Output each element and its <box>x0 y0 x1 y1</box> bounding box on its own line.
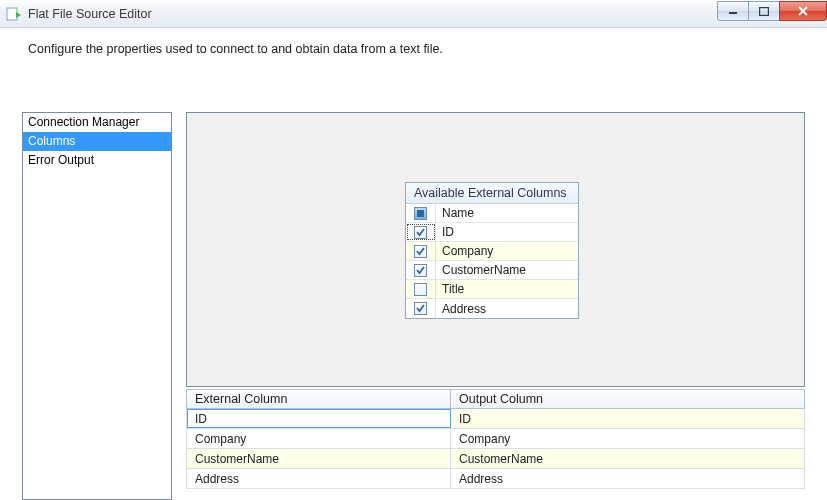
row-checkbox[interactable] <box>406 299 436 318</box>
row-label: Company <box>436 242 578 260</box>
sidebar-item-connection-manager[interactable]: Connection Manager <box>23 113 171 132</box>
row-checkbox[interactable] <box>406 242 436 260</box>
content-area: Connection Manager Columns Error Output … <box>22 112 805 500</box>
available-row[interactable]: Company <box>406 242 578 261</box>
mapping-table-header: External Column Output Column <box>186 389 805 409</box>
available-row[interactable]: Address <box>406 299 578 318</box>
mapping-table-body: ID ID Company Company CustomerName Custo… <box>186 409 805 489</box>
mapping-row[interactable]: Address Address <box>187 469 805 489</box>
output-cell[interactable]: Company <box>451 429 805 448</box>
maximize-button[interactable] <box>748 1 780 21</box>
sidebar-item-error-output[interactable]: Error Output <box>23 151 171 170</box>
window-controls <box>718 1 827 21</box>
mapping-row[interactable]: Company Company <box>187 429 805 449</box>
available-columns-title: Available External Columns <box>406 183 578 204</box>
minimize-button[interactable] <box>717 1 749 21</box>
available-columns-panel: Available External Columns Name ID <box>405 182 579 319</box>
svg-rect-2 <box>760 7 769 15</box>
external-column-header[interactable]: External Column <box>186 389 450 409</box>
select-all-checkbox[interactable] <box>406 204 436 222</box>
available-row[interactable]: ID <box>406 223 578 242</box>
available-row[interactable]: Title <box>406 280 578 299</box>
name-column-header[interactable]: Name <box>436 204 578 222</box>
category-list: Connection Manager Columns Error Output <box>22 112 172 500</box>
external-cell[interactable]: CustomerName <box>187 449 451 468</box>
row-checkbox[interactable] <box>406 223 436 241</box>
close-button[interactable] <box>779 1 827 21</box>
output-column-header[interactable]: Output Column <box>450 389 805 409</box>
row-checkbox[interactable] <box>406 261 436 279</box>
external-cell[interactable]: ID <box>187 409 451 428</box>
output-cell[interactable]: Address <box>451 469 805 488</box>
sidebar-item-columns[interactable]: Columns <box>23 132 171 151</box>
external-cell[interactable]: Address <box>187 469 451 488</box>
app-icon <box>6 6 22 22</box>
row-label: ID <box>436 223 578 241</box>
row-label: Address <box>436 299 578 318</box>
external-cell[interactable]: Company <box>187 429 451 448</box>
mapping-table: External Column Output Column ID ID Comp… <box>186 389 805 489</box>
main-area: Available External Columns Name ID <box>186 112 805 500</box>
svg-rect-0 <box>7 8 17 20</box>
svg-rect-1 <box>729 12 737 14</box>
output-cell[interactable]: ID <box>451 409 805 428</box>
mapping-canvas: Available External Columns Name ID <box>186 112 805 387</box>
mapping-row[interactable]: ID ID <box>187 409 805 429</box>
row-checkbox[interactable] <box>406 280 436 298</box>
output-cell[interactable]: CustomerName <box>451 449 805 468</box>
window-title: Flat File Source Editor <box>28 7 152 21</box>
available-columns-header-row: Name <box>406 204 578 223</box>
available-row[interactable]: CustomerName <box>406 261 578 280</box>
page-description: Configure the properties used to connect… <box>0 28 827 66</box>
mapping-row[interactable]: CustomerName CustomerName <box>187 449 805 469</box>
row-label: CustomerName <box>436 261 578 279</box>
titlebar: Flat File Source Editor <box>0 0 827 28</box>
row-label: Title <box>436 280 578 298</box>
